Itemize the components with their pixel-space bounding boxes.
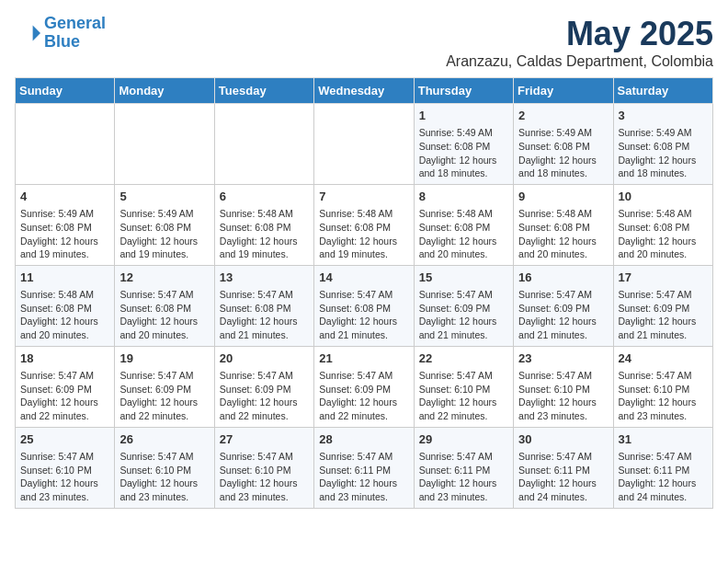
calendar-week-2: 4Sunrise: 5:49 AMSunset: 6:08 PMDaylight… (16, 184, 713, 265)
cell-content: Daylight: 12 hours and 24 minutes. (518, 477, 608, 503)
calendar-week-1: 1Sunrise: 5:49 AMSunset: 6:08 PMDaylight… (16, 104, 713, 185)
calendar-header-row: SundayMondayTuesdayWednesdayThursdayFrid… (16, 78, 713, 104)
calendar-week-4: 18Sunrise: 5:47 AMSunset: 6:09 PMDayligh… (16, 346, 713, 427)
cell-content: Sunset: 6:10 PM (518, 383, 608, 396)
calendar-cell (314, 104, 414, 185)
cell-content: Sunrise: 5:47 AM (319, 369, 408, 383)
main-title: May 2025 (446, 15, 713, 53)
day-number: 1 (419, 108, 508, 124)
cell-content: Sunset: 6:08 PM (220, 302, 309, 316)
calendar-cell: 20Sunrise: 5:47 AMSunset: 6:09 PMDayligh… (214, 346, 313, 427)
cell-content: Sunset: 6:09 PM (419, 302, 508, 316)
calendar-cell: 4Sunrise: 5:49 AMSunset: 6:08 PMDaylight… (16, 184, 115, 265)
logo-icon (15, 20, 40, 46)
cell-content: Sunrise: 5:47 AM (518, 288, 608, 302)
day-number: 21 (319, 350, 408, 367)
cell-content: Daylight: 12 hours and 21 minutes. (619, 315, 708, 341)
calendar-cell: 1Sunrise: 5:49 AMSunset: 6:08 PMDaylight… (414, 104, 513, 185)
cell-content: Daylight: 12 hours and 20 minutes. (20, 315, 109, 341)
cell-content: Sunset: 6:08 PM (619, 140, 708, 154)
day-number: 26 (119, 431, 209, 448)
day-number: 9 (518, 189, 608, 205)
calendar-cell (115, 104, 214, 185)
calendar-cell: 25Sunrise: 5:47 AMSunset: 6:10 PMDayligh… (16, 427, 115, 508)
cell-content: Sunrise: 5:48 AM (518, 207, 608, 221)
calendar-cell: 28Sunrise: 5:47 AMSunset: 6:11 PMDayligh… (314, 427, 414, 508)
cell-content: Daylight: 12 hours and 19 minutes. (20, 235, 109, 261)
cell-content: Sunrise: 5:47 AM (220, 450, 309, 464)
calendar-table: SundayMondayTuesdayWednesdayThursdayFrid… (15, 77, 713, 509)
day-number: 12 (119, 270, 209, 286)
cell-content: Daylight: 12 hours and 21 minutes. (220, 315, 309, 341)
cell-content: Sunset: 6:08 PM (119, 302, 209, 316)
cell-content: Daylight: 12 hours and 18 minutes. (619, 154, 708, 180)
calendar-cell (214, 104, 313, 185)
calendar-cell: 12Sunrise: 5:47 AMSunset: 6:08 PMDayligh… (115, 265, 214, 346)
cell-content: Daylight: 12 hours and 21 minutes. (419, 315, 508, 341)
day-header-saturday: Saturday (613, 78, 712, 104)
calendar-cell: 8Sunrise: 5:48 AMSunset: 6:08 PMDaylight… (414, 184, 513, 265)
cell-content: Daylight: 12 hours and 19 minutes. (220, 235, 309, 261)
calendar-cell: 2Sunrise: 5:49 AMSunset: 6:08 PMDaylight… (514, 104, 613, 185)
cell-content: Sunrise: 5:47 AM (20, 369, 109, 383)
cell-content: Sunrise: 5:47 AM (619, 450, 708, 464)
cell-content: Daylight: 12 hours and 23 minutes. (220, 477, 309, 503)
calendar-cell: 18Sunrise: 5:47 AMSunset: 6:09 PMDayligh… (16, 346, 115, 427)
logo-text: General Blue (44, 15, 106, 52)
day-header-sunday: Sunday (16, 78, 115, 104)
cell-content: Sunset: 6:10 PM (619, 383, 708, 396)
cell-content: Sunrise: 5:48 AM (319, 207, 408, 221)
day-number: 15 (419, 270, 508, 286)
cell-content: Sunrise: 5:47 AM (220, 288, 309, 302)
day-number: 20 (220, 350, 309, 367)
day-header-wednesday: Wednesday (314, 78, 414, 104)
cell-content: Daylight: 12 hours and 18 minutes. (419, 154, 508, 180)
cell-content: Sunset: 6:09 PM (20, 383, 109, 396)
cell-content: Sunrise: 5:47 AM (419, 369, 508, 383)
cell-content: Sunrise: 5:47 AM (20, 450, 109, 464)
cell-content: Daylight: 12 hours and 20 minutes. (419, 235, 508, 261)
cell-content: Sunset: 6:10 PM (419, 383, 508, 396)
cell-content: Sunset: 6:08 PM (619, 221, 708, 235)
day-number: 27 (220, 431, 309, 448)
cell-content: Sunrise: 5:49 AM (518, 126, 608, 140)
calendar-cell: 31Sunrise: 5:47 AMSunset: 6:11 PMDayligh… (613, 427, 712, 508)
cell-content: Daylight: 12 hours and 23 minutes. (619, 396, 708, 422)
calendar-cell: 10Sunrise: 5:48 AMSunset: 6:08 PMDayligh… (613, 184, 712, 265)
cell-content: Daylight: 12 hours and 23 minutes. (319, 477, 408, 503)
cell-content: Sunrise: 5:48 AM (419, 207, 508, 221)
calendar-cell: 30Sunrise: 5:47 AMSunset: 6:11 PMDayligh… (514, 427, 613, 508)
cell-content: Sunrise: 5:47 AM (119, 369, 209, 383)
cell-content: Sunset: 6:09 PM (119, 383, 209, 396)
cell-content: Daylight: 12 hours and 22 minutes. (220, 396, 309, 422)
cell-content: Daylight: 12 hours and 22 minutes. (419, 396, 508, 422)
cell-content: Daylight: 12 hours and 20 minutes. (619, 235, 708, 261)
day-number: 6 (220, 189, 309, 205)
calendar-cell: 16Sunrise: 5:47 AMSunset: 6:09 PMDayligh… (514, 265, 613, 346)
svg-marker-0 (33, 25, 40, 40)
calendar-cell: 15Sunrise: 5:47 AMSunset: 6:09 PMDayligh… (414, 265, 513, 346)
day-header-friday: Friday (514, 78, 613, 104)
cell-content: Daylight: 12 hours and 23 minutes. (119, 477, 209, 503)
cell-content: Sunset: 6:10 PM (119, 464, 209, 477)
cell-content: Sunset: 6:10 PM (20, 464, 109, 477)
day-number: 28 (319, 431, 408, 448)
cell-content: Daylight: 12 hours and 22 minutes. (319, 396, 408, 422)
cell-content: Daylight: 12 hours and 20 minutes. (119, 315, 209, 341)
cell-content: Sunset: 6:08 PM (319, 221, 408, 235)
subtitle: Aranzazu, Caldas Department, Colombia (446, 53, 713, 70)
title-area: May 2025 Aranzazu, Caldas Department, Co… (446, 15, 713, 70)
cell-content: Daylight: 12 hours and 21 minutes. (319, 315, 408, 341)
day-number: 13 (220, 270, 309, 286)
calendar-cell: 14Sunrise: 5:47 AMSunset: 6:08 PMDayligh… (314, 265, 414, 346)
cell-content: Sunrise: 5:47 AM (518, 450, 608, 464)
calendar-cell: 3Sunrise: 5:49 AMSunset: 6:08 PMDaylight… (613, 104, 712, 185)
day-number: 8 (419, 189, 508, 205)
calendar-cell: 22Sunrise: 5:47 AMSunset: 6:10 PMDayligh… (414, 346, 513, 427)
calendar-cell: 24Sunrise: 5:47 AMSunset: 6:10 PMDayligh… (613, 346, 712, 427)
day-number: 29 (419, 431, 508, 448)
cell-content: Daylight: 12 hours and 21 minutes. (518, 315, 608, 341)
day-header-thursday: Thursday (414, 78, 513, 104)
calendar-week-3: 11Sunrise: 5:48 AMSunset: 6:08 PMDayligh… (16, 265, 713, 346)
calendar-cell: 26Sunrise: 5:47 AMSunset: 6:10 PMDayligh… (115, 427, 214, 508)
